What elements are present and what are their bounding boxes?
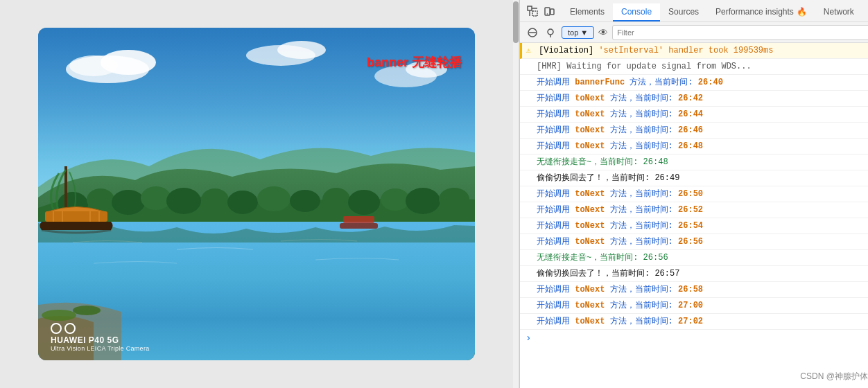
svg-point-19	[381, 188, 410, 211]
eye-icon[interactable]: 👁	[598, 27, 608, 38]
tab-network[interactable]: Network	[815, 3, 862, 21]
filter-input[interactable]	[612, 25, 868, 40]
console-prompt[interactable]: ›	[520, 330, 868, 346]
console-line-tonext-4: 开始调用 toNext 方法，当前时间: 26:48	[520, 139, 868, 155]
svg-rect-33	[528, 6, 532, 10]
svg-point-13	[201, 188, 229, 211]
console-line-tonext-10: 开始调用 toNext 方法，当前时间: 27:00	[520, 298, 868, 314]
flame-icon: 🔥	[797, 7, 807, 17]
settings-icon[interactable]: ⚙	[865, 4, 868, 18]
tab-console[interactable]: Console	[613, 3, 660, 21]
scrollbar[interactable]	[513, 0, 519, 388]
console-line-tonext-7: 开始调用 toNext 方法，当前时间: 26:54	[520, 218, 868, 234]
top-context-btn[interactable]: top ▼	[562, 26, 594, 39]
svg-point-10	[112, 190, 145, 215]
svg-point-17	[322, 188, 350, 211]
filter-icon[interactable]	[544, 26, 557, 39]
console-line-seamless-2: 无缝衔接走音~，当前时间: 26:56	[520, 250, 868, 266]
svg-point-39	[547, 13, 548, 15]
camera-circles	[51, 323, 150, 334]
camera-circle-2	[64, 323, 76, 334]
violation-text: [Violation] 'setInterval' handler took 1…	[539, 44, 868, 57]
console-line-tonext-3: 开始调用 toNext 方法，当前时间: 26:46	[520, 123, 868, 139]
svg-point-18	[348, 190, 380, 215]
console-line-tonext-5: 开始调用 toNext 方法，当前时间: 26:50	[520, 186, 868, 202]
svg-point-15	[257, 186, 290, 211]
console-line-bannerfunc: 开始调用 bannerFunc 方法，当前时间: 26:40	[520, 75, 868, 91]
console-line-tonext-1: 开始调用 toNext 方法，当前时间: 26:42	[520, 91, 868, 107]
tab-sources[interactable]: Sources	[660, 3, 707, 21]
dropdown-arrow: ▼	[580, 28, 588, 37]
devtools-panel: Elements Console Sources Performance ins…	[519, 0, 868, 388]
console-line-tonext-2: 开始调用 toNext 方法，当前时间: 26:44	[520, 107, 868, 123]
console-line-violation: [Violation] 'setInterval' handler took 1…	[520, 43, 868, 59]
camera-model: HUAWEI P40 5G	[51, 335, 150, 345]
camera-circle-1	[51, 323, 62, 334]
console-content[interactable]: [Violation] 'setInterval' handler took 1…	[520, 43, 868, 388]
svg-rect-24	[45, 211, 107, 222]
svg-point-12	[166, 188, 201, 214]
tab-performance[interactable]: Performance insights 🔥	[707, 3, 815, 21]
device-icon[interactable]	[542, 4, 556, 18]
svg-point-21	[439, 188, 469, 210]
watermark: CSDN @神腺护体小月半	[800, 371, 868, 382]
console-line-tonext-8: 开始调用 toNext 方法，当前时间: 26:56	[520, 234, 868, 250]
left-panel: banner 无缝轮播 HUAWEI P40 5G Ultra Vision L…	[0, 0, 513, 388]
svg-rect-38	[550, 9, 554, 15]
console-line-switch-1: 偷偷切换回去了！，当前时间: 26:49	[520, 170, 868, 186]
hmr-text: [HMR] Waiting for update signal from WDS…	[537, 60, 868, 73]
banner-text: banner 无缝轮播	[367, 54, 462, 71]
svg-rect-36	[532, 11, 537, 16]
console-line-hmr: [HMR] Waiting for update signal from WDS…	[520, 59, 868, 75]
clear-console-icon[interactable]	[526, 26, 539, 39]
inspect-icon[interactable]	[526, 4, 539, 18]
svg-point-42	[548, 29, 553, 35]
console-line-seamless-1: 无缝衔接走音~，当前时间: 26:48	[520, 155, 868, 170]
console-line-tonext-11: 开始调用 toNext 方法，当前时间: 27:02	[520, 314, 868, 330]
camera-info: HUAWEI P40 5G Ultra Vision LEICA Triple …	[51, 323, 150, 352]
svg-rect-29	[343, 216, 374, 223]
svg-point-5	[277, 41, 326, 59]
svg-point-9	[87, 188, 114, 211]
console-line-tonext-6: 开始调用 toNext 方法，当前时间: 26:52	[520, 202, 868, 218]
svg-point-14	[227, 191, 258, 214]
camera-subtitle: Ultra Vision LEICA Triple Camera	[51, 345, 150, 352]
svg-point-20	[406, 188, 440, 214]
devtools-toolbar: Elements Console Sources Performance ins…	[520, 0, 868, 22]
svg-point-3	[69, 55, 118, 76]
svg-rect-30	[340, 223, 378, 229]
console-line-tonext-9: 开始调用 toNext 方法，当前时间: 26:58	[520, 282, 868, 298]
svg-point-32	[73, 306, 101, 315]
svg-point-11	[141, 186, 171, 210]
svg-point-16	[290, 190, 320, 212]
tab-elements[interactable]: Elements	[562, 3, 613, 21]
console-line-switch-2: 偷偷切换回去了！，当前时间: 26:57	[520, 266, 868, 282]
scrollbar-thumb[interactable]	[513, 1, 519, 43]
image-container: banner 无缝轮播 HUAWEI P40 5G Ultra Vision L…	[38, 28, 475, 360]
console-toolbar: top ▼ 👁	[520, 22, 868, 43]
svg-point-31	[42, 310, 76, 321]
